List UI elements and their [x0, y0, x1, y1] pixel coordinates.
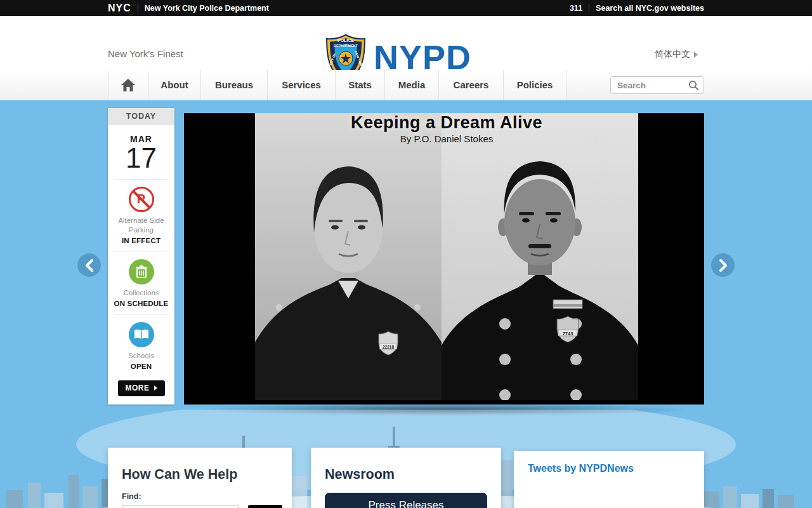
chevron-right-icon [694, 51, 698, 58]
divider [114, 179, 168, 180]
carousel-prev-button[interactable] [77, 253, 101, 277]
officer-portrait-left: 22218 [255, 113, 442, 400]
today-widget: TODAY MAR 17 P Alternate Side Parking IN… [108, 108, 174, 404]
topbar-right: 311 Search all NYC.gov websites [570, 0, 704, 16]
nav-tab-stats[interactable]: Stats [336, 70, 385, 100]
newsroom-panel: Newsroom Press Releases [311, 448, 501, 508]
shield-text-department: DEPARTMENT [334, 44, 358, 48]
main-navbar: About Bureaus Services Stats Media Caree… [0, 70, 812, 100]
collections-status: ON SCHEDULE [108, 300, 174, 307]
topbar-left: NYC New York City Police Department [108, 0, 269, 16]
carousel-title: Keeping a Dream Alive [255, 113, 638, 133]
open-book-icon [129, 322, 154, 347]
newsroom-title: Newsroom [325, 467, 501, 483]
agency-title-link[interactable]: New York City Police Department [145, 4, 269, 13]
schools-status: OPEN [108, 363, 174, 370]
trash-icon [129, 259, 154, 284]
hero-carousel: 22218 [184, 113, 704, 404]
officer-portrait-right: 7743 [442, 113, 638, 400]
find-row: My Precinct Go [122, 505, 292, 508]
triangle-right-icon [154, 385, 157, 391]
no-parking-icon: P [129, 187, 154, 212]
asp-status-item: P Alternate Side Parking IN EFFECT [108, 187, 174, 244]
carousel-byline: By P.O. Daniel Stokes [255, 133, 638, 144]
language-link[interactable]: 简体中文 [655, 49, 698, 60]
nav-tab-bureaus[interactable]: Bureaus [201, 70, 268, 100]
carousel-next-button[interactable] [711, 253, 735, 277]
more-button[interactable]: MORE [118, 380, 165, 396]
tweets-panel: Tweets by NYPDNews [514, 451, 704, 508]
shield-text-police: POLICE [337, 38, 354, 43]
press-releases-button[interactable]: Press Releases [325, 493, 487, 508]
site-search [610, 76, 704, 94]
today-header: TODAY [108, 108, 174, 125]
nav-tab-careers[interactable]: Careers [439, 70, 504, 100]
find-label: Find: [122, 492, 292, 501]
how-can-we-help-panel: How Can We Help Find: My Precinct Go [108, 448, 292, 508]
tagline: New York's Finest [108, 48, 183, 59]
nav-home-tab[interactable] [108, 70, 148, 100]
link-311[interactable]: 311 [570, 4, 582, 13]
badge-number-right: 7743 [563, 331, 573, 337]
go-button[interactable]: Go [248, 505, 282, 508]
topbar-divider [589, 4, 589, 12]
search-icon[interactable] [688, 80, 699, 91]
collections-status-item: Collections ON SCHEDULE [108, 259, 174, 307]
nyc-logo[interactable]: NYC [108, 3, 131, 14]
today-day: 17 [108, 144, 174, 172]
asp-label: Alternate Side Parking [108, 216, 174, 235]
nav-tab-about[interactable]: About [148, 70, 201, 100]
precinct-select[interactable]: My Precinct [122, 505, 239, 508]
topbar-divider [138, 4, 138, 12]
nav-tab-services[interactable]: Services [268, 70, 336, 100]
asp-status: IN EFFECT [108, 237, 174, 244]
tweets-by-nypdnews-link[interactable]: Tweets by NYPDNews [528, 463, 704, 474]
site-header: New York's Finest POLICE DEPARTMENT CITY… [0, 16, 812, 70]
nav-tabs: About Bureaus Services Stats Media Caree… [108, 70, 566, 100]
carousel-photo: 22218 [255, 113, 638, 400]
collections-label: Collections [108, 288, 174, 298]
home-icon [121, 79, 135, 91]
schools-status-item: Schools OPEN [108, 322, 174, 370]
chevron-left-icon [84, 258, 95, 272]
search-all-nyc-link[interactable]: Search all NYC.gov websites [596, 4, 704, 13]
schools-label: Schools [108, 351, 174, 361]
nav-tab-policies[interactable]: Policies [504, 70, 566, 100]
divider [114, 314, 168, 315]
topbar-inner: NYC New York City Police Department 311 … [108, 0, 704, 16]
chevron-right-icon [718, 258, 728, 272]
language-label: 简体中文 [655, 49, 690, 60]
nyc-gov-topbar: NYC New York City Police Department 311 … [0, 0, 812, 16]
more-label: MORE [126, 384, 150, 392]
nypd-homepage: NYC New York City Police Department 311 … [0, 0, 812, 508]
nav-tab-media[interactable]: Media [385, 70, 439, 100]
badge-number-left: 22218 [383, 345, 394, 349]
help-panel-title: How Can We Help [122, 467, 292, 483]
divider [114, 251, 168, 252]
